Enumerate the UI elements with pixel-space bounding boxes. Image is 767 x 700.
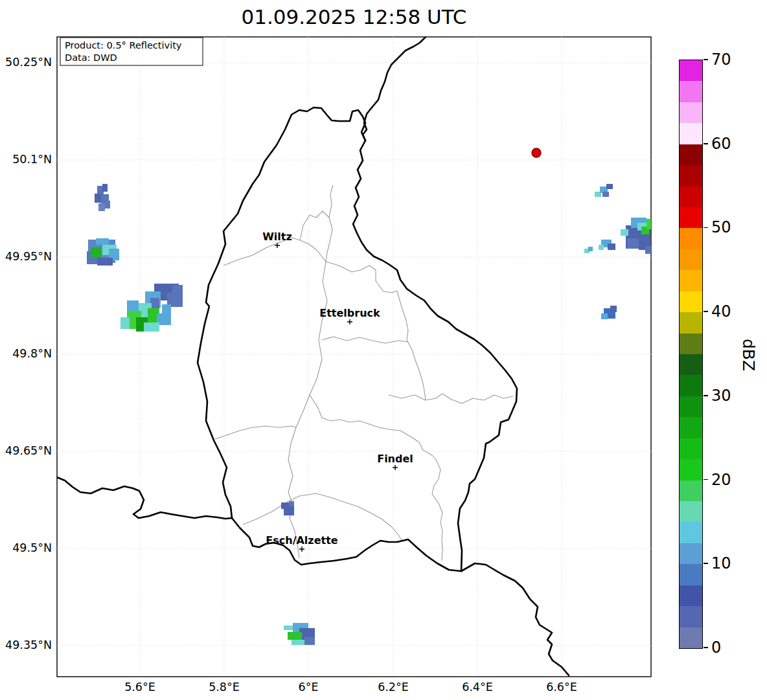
- radar-screenshot: 01.09.2025 12:58 UTC: [0, 0, 767, 700]
- colorbar-tick-label: 40: [711, 302, 750, 321]
- colorbar-segment: [680, 354, 702, 375]
- colorbar-segment: [680, 417, 702, 438]
- radar-echo-cell: [647, 219, 652, 229]
- lon-tick-label: 6°E: [269, 681, 347, 694]
- colorbar-tick-label: 70: [711, 50, 750, 69]
- colorbar-segment: [680, 501, 702, 522]
- colorbar-tick: [704, 647, 708, 648]
- colorbar-gradient: [680, 60, 702, 648]
- lon-tick-label: 6.2°E: [354, 681, 432, 694]
- lon-tick-label: 6.6°E: [523, 681, 601, 694]
- colorbar-tick-label: 50: [711, 218, 750, 237]
- colorbar-segment: [680, 270, 702, 291]
- radar-echo-cell: [120, 317, 130, 329]
- radar-echo-cell: [627, 238, 640, 249]
- lon-tick-label: 6.4°E: [439, 681, 516, 694]
- radar-echo-cell: [606, 184, 613, 189]
- info-box-product: Product: 0.5° Reflectivity: [65, 40, 182, 51]
- colorbar-segment: [680, 312, 702, 333]
- colorbar-segment: [680, 480, 702, 501]
- radar-echo-cell: [97, 258, 113, 265]
- city-label: Findel: [377, 453, 413, 465]
- radar-echo-cell: [599, 245, 604, 250]
- colorbar-segment: [680, 627, 702, 648]
- radar-echo-cell: [172, 285, 183, 294]
- city-label: Ettelbruck: [319, 307, 380, 319]
- lat-tick-label: 49.95°N: [0, 250, 52, 264]
- colorbar-tick-label: 60: [711, 134, 750, 153]
- lat-tick-label: 49.65°N: [0, 444, 52, 458]
- radar-echo-cell: [150, 298, 159, 308]
- colorbar-segment: [680, 60, 702, 81]
- city-label: Wiltz: [262, 231, 292, 243]
- radar-echo-cell: [621, 229, 628, 236]
- colorbar-tick-label: 10: [711, 554, 750, 573]
- radar-echo-cell: [602, 192, 609, 197]
- colorbar-segment: [680, 207, 702, 228]
- lon-tick-label: 5.6°E: [101, 681, 179, 694]
- colorbar-segment: [680, 102, 702, 123]
- colorbar-segment: [680, 186, 702, 207]
- colorbar-segment: [680, 459, 702, 480]
- colorbar-tick: [704, 143, 708, 144]
- radar-echo-cell: [288, 632, 302, 640]
- radar-echo-cell: [105, 201, 110, 209]
- lon-tick-label: 5.8°E: [185, 681, 263, 694]
- colorbar: [679, 60, 703, 649]
- radar-echo-cell: [102, 184, 108, 192]
- colorbar-segment: [680, 585, 702, 606]
- colorbar-segment: [680, 333, 702, 354]
- colorbar-tick-label: 0: [711, 638, 750, 657]
- info-box-source: Data: DWD: [65, 52, 117, 63]
- colorbar-unit-label: dBZ: [738, 333, 758, 376]
- colorbar-segment: [680, 606, 702, 627]
- radar-echo-cell: [127, 300, 139, 312]
- lat-tick-label: 49.8°N: [0, 347, 52, 361]
- radar-site-dot: [532, 148, 541, 157]
- colorbar-segment: [680, 228, 702, 249]
- colorbar-segment: [680, 543, 702, 564]
- radar-echo-cell: [304, 637, 315, 645]
- radar-echo-cell: [144, 322, 159, 332]
- colorbar-segment: [680, 123, 702, 144]
- colorbar-tick: [704, 59, 708, 60]
- colorbar-segment: [680, 291, 702, 312]
- radar-echo-cell: [289, 501, 294, 506]
- colorbar-segment: [680, 522, 702, 543]
- info-box: Product: 0.5° Reflectivity Data: DWD: [60, 38, 203, 65]
- colorbar-tick-label: 30: [711, 386, 750, 405]
- radar-echo-cell: [162, 304, 171, 315]
- lat-tick-label: 49.35°N: [0, 638, 52, 652]
- radar-map: WiltzEttelbruckFindelEsch/Alzette Produc…: [0, 0, 767, 700]
- colorbar-segment: [680, 438, 702, 459]
- city-label: Esch/Alzette: [266, 534, 338, 547]
- lat-tick-label: 50.25°N: [0, 56, 52, 69]
- colorbar-segment: [680, 144, 702, 165]
- colorbar-segment: [680, 396, 702, 417]
- colorbar-segment: [680, 249, 702, 270]
- lat-tick-label: 49.5°N: [0, 541, 52, 555]
- colorbar-tick: [704, 311, 708, 312]
- colorbar-segment: [680, 81, 702, 102]
- radar-echo-cell: [98, 203, 105, 211]
- radar-echo-cell: [284, 506, 294, 515]
- colorbar-segment: [680, 375, 702, 396]
- colorbar-segment: [680, 564, 702, 585]
- radar-echo-cell: [601, 313, 608, 319]
- colorbar-segment: [680, 165, 702, 186]
- lat-tick-label: 50.1°N: [0, 153, 52, 166]
- radar-echo-cell: [608, 243, 615, 250]
- colorbar-tick: [704, 479, 708, 480]
- colorbar-tick: [704, 395, 708, 396]
- radar-echo-cell: [96, 238, 109, 245]
- colorbar-tick: [704, 563, 708, 564]
- radar-site-layer: [532, 148, 541, 157]
- radar-echo-cell: [588, 247, 593, 251]
- radar-echo-cell: [610, 306, 617, 312]
- colorbar-tick-label: 20: [711, 470, 750, 490]
- radar-echo-cell: [91, 247, 101, 258]
- colorbar-tick: [704, 227, 708, 229]
- radar-echo-cell: [645, 246, 652, 254]
